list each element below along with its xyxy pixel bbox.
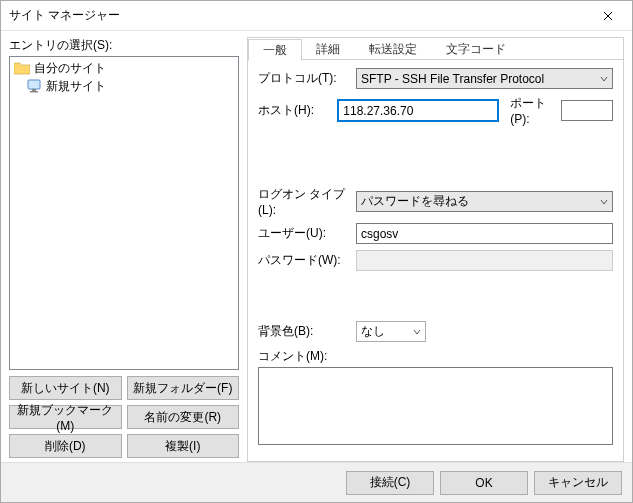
logon-type-label: ログオン タイプ(L): [258, 186, 350, 217]
right-pane: 一般 詳細 転送設定 文字コード プロトコル(T): SFTP - SSH Fi… [247, 37, 624, 462]
host-input[interactable] [338, 100, 498, 121]
comment-label: コメント(M): [258, 348, 613, 365]
chevron-down-icon [600, 75, 608, 83]
site-manager-window: サイト マネージャー エントリの選択(S): 自分のサイト 新規サイト [0, 0, 633, 503]
password-input [356, 250, 613, 271]
protocol-select[interactable]: SFTP - SSH File Transfer Protocol [356, 68, 613, 89]
rename-button[interactable]: 名前の変更(R) [127, 405, 240, 429]
tree-root-row[interactable]: 自分のサイト [14, 59, 234, 77]
cancel-button[interactable]: キャンセル [534, 471, 622, 495]
connect-button[interactable]: 接続(C) [346, 471, 434, 495]
delete-button[interactable]: 削除(D) [9, 434, 122, 458]
new-bookmark-button[interactable]: 新規ブックマーク(M) [9, 405, 122, 429]
new-folder-button[interactable]: 新規フォルダー(F) [127, 376, 240, 400]
new-site-button[interactable]: 新しいサイト(N) [9, 376, 122, 400]
tab-advanced[interactable]: 詳細 [302, 39, 355, 61]
site-tree[interactable]: 自分のサイト 新規サイト [9, 56, 239, 370]
svg-rect-2 [30, 91, 38, 93]
tab-charset[interactable]: 文字コード [432, 39, 521, 61]
window-title: サイト マネージャー [9, 7, 585, 24]
server-icon [26, 79, 42, 93]
bgcolor-select[interactable]: なし [356, 321, 426, 342]
titlebar: サイト マネージャー [1, 1, 632, 31]
comment-textarea[interactable] [258, 367, 613, 445]
chevron-down-icon [600, 198, 608, 206]
port-input[interactable] [561, 100, 613, 121]
svg-rect-1 [32, 89, 36, 91]
dialog-footer: 接続(C) OK キャンセル [1, 462, 632, 502]
entry-selection-label: エントリの選択(S): [9, 37, 239, 54]
general-form: プロトコル(T): SFTP - SSH File Transfer Proto… [248, 60, 623, 461]
tree-root-label: 自分のサイト [34, 60, 106, 77]
tree-item-label: 新規サイト [46, 78, 106, 95]
logon-type-select[interactable]: パスワードを尋ねる [356, 191, 613, 212]
left-pane: エントリの選択(S): 自分のサイト 新規サイト 新しいサイト(N) 新規 [9, 37, 239, 462]
duplicate-button[interactable]: 複製(I) [127, 434, 240, 458]
tree-item-row[interactable]: 新規サイト [14, 77, 234, 95]
bgcolor-label: 背景色(B): [258, 323, 350, 340]
close-button[interactable] [585, 1, 630, 30]
password-label: パスワード(W): [258, 252, 350, 269]
tab-transfer[interactable]: 転送設定 [355, 39, 432, 61]
user-label: ユーザー(U): [258, 225, 350, 242]
protocol-label: プロトコル(T): [258, 70, 350, 87]
ok-button[interactable]: OK [440, 471, 528, 495]
tab-bar: 一般 詳細 転送設定 文字コード [248, 38, 623, 60]
close-icon [603, 11, 613, 21]
port-label: ポート(P): [510, 95, 555, 126]
chevron-down-icon [413, 328, 421, 336]
svg-rect-0 [28, 80, 40, 89]
dialog-body: エントリの選択(S): 自分のサイト 新規サイト 新しいサイト(N) 新規 [1, 31, 632, 462]
site-buttons: 新しいサイト(N) 新規フォルダー(F) 新規ブックマーク(M) 名前の変更(R… [9, 376, 239, 458]
tab-general[interactable]: 一般 [248, 39, 302, 61]
user-input[interactable] [356, 223, 613, 244]
folder-icon [14, 62, 30, 75]
host-label: ホスト(H): [258, 102, 332, 119]
